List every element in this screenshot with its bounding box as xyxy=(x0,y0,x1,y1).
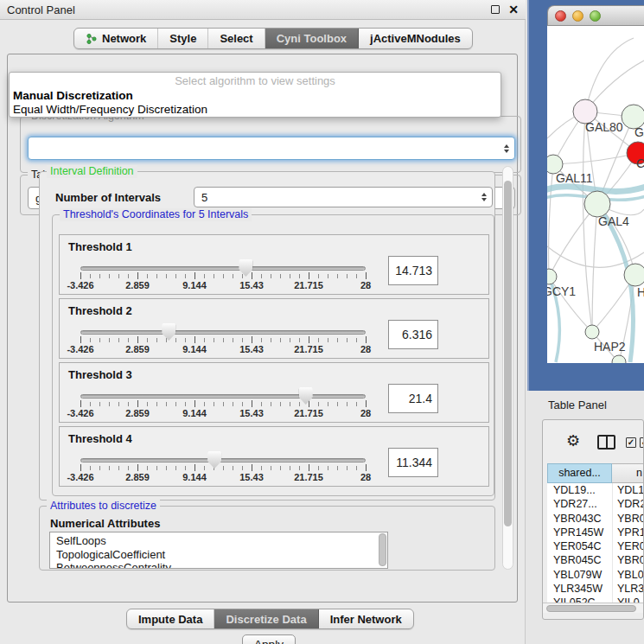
threshold-label: Threshold 1 xyxy=(68,240,132,253)
num-intervals-combobox[interactable]: 5 xyxy=(194,187,493,207)
control-panel-titlebar: Control Panel ✕ xyxy=(0,0,526,20)
list-item[interactable]: BetweennessCentrality xyxy=(56,561,387,569)
tick-label: 28 xyxy=(360,344,371,354)
node-label: GCY1 xyxy=(547,284,576,298)
slider-track[interactable] xyxy=(80,394,366,399)
close-window-icon[interactable]: ✕ xyxy=(508,3,519,16)
algorithm-combobox[interactable] xyxy=(28,137,515,160)
tick-label: 9.144 xyxy=(182,408,207,418)
network-edge[interactable] xyxy=(585,38,634,112)
close-traffic-light-icon[interactable] xyxy=(555,10,566,22)
minimize-traffic-light-icon[interactable] xyxy=(572,10,583,22)
list-item[interactable]: TopologicalCoefficient xyxy=(56,548,387,562)
network-node-hap2[interactable] xyxy=(585,325,599,339)
tab-style[interactable]: Style xyxy=(158,29,208,48)
network-edge[interactable] xyxy=(549,164,553,277)
tab-infer-network[interactable]: Infer Network xyxy=(319,609,413,628)
column-layout-icon[interactable] xyxy=(597,435,615,450)
zoom-traffic-light-icon[interactable] xyxy=(590,10,601,22)
table-row[interactable]: YBR043CYBR0 xyxy=(547,512,644,526)
checked-checkbox-icon[interactable]: ✓ xyxy=(626,437,636,448)
attributes-group: Attributes to discretize Numerical Attri… xyxy=(39,506,495,571)
slider-track[interactable] xyxy=(80,458,366,462)
tick-label: 28 xyxy=(360,472,371,482)
threshold-value-field[interactable]: 6.316 xyxy=(388,320,438,349)
table-hscrollbar[interactable] xyxy=(543,603,644,613)
threshold-value-field[interactable]: 11.344 xyxy=(388,448,438,477)
table-row[interactable]: YPR145WYPR1 xyxy=(547,526,644,539)
hscrollbar-thumb[interactable] xyxy=(546,605,636,612)
major-tick xyxy=(366,336,367,343)
tick-label: 9.144 xyxy=(182,280,207,290)
threshold-slider[interactable]: -3.4262.8599.14415.4321.71528 xyxy=(80,451,366,486)
tick-label: -3.426 xyxy=(67,344,93,354)
gear-icon[interactable]: ⚙ xyxy=(566,433,580,449)
node-label: H xyxy=(637,285,644,299)
table-row[interactable]: YDL19...YDL1 xyxy=(547,483,644,497)
network-icon xyxy=(86,33,98,45)
dropdown-option-equal-width-frequency-discretization[interactable]: Equal Width/Frequency Discretization xyxy=(10,103,501,117)
network-edge[interactable] xyxy=(583,112,592,332)
threshold-slider[interactable]: -3.4262.8599.14415.4321.71528 xyxy=(80,259,366,294)
node-label: GA xyxy=(634,125,644,139)
tick-label: -3.426 xyxy=(67,472,93,482)
network-edge[interactable] xyxy=(553,153,638,164)
slider-track[interactable] xyxy=(80,330,366,335)
major-tick xyxy=(137,272,138,279)
threshold-value-field[interactable]: 14.713 xyxy=(388,256,438,285)
slider-track[interactable] xyxy=(80,266,366,271)
table-row[interactable]: YDR27...YDR2 xyxy=(547,497,644,511)
numerical-attributes-label: Numerical Attributes xyxy=(50,517,160,530)
checked-checkbox-icon[interactable]: ✓ xyxy=(640,437,644,448)
tab-jactivemnodules[interactable]: jActiveMNodules xyxy=(359,29,472,48)
float-window-icon[interactable] xyxy=(491,5,500,14)
tab-network[interactable]: Network xyxy=(74,29,158,48)
tick-label: 15.43 xyxy=(239,472,264,482)
list-scrollbar-thumb[interactable] xyxy=(379,533,386,566)
major-tick xyxy=(80,464,81,471)
table-row[interactable]: YLR345WYLR3 xyxy=(547,582,644,596)
numerical-attributes-list[interactable]: SelfLoopsTopologicalCoefficientBetweenne… xyxy=(49,532,388,569)
scrollbar-thumb[interactable] xyxy=(504,181,512,526)
network-node-gal4[interactable] xyxy=(584,191,610,217)
table-row[interactable]: YBL079WYBL0 xyxy=(547,568,644,582)
tab-cyni-toolbox[interactable]: Cyni Toolbox xyxy=(265,29,359,48)
dropdown-prompt: Select algorithm to view settings xyxy=(10,73,501,89)
network-canvas[interactable]: GAL80GACGAL11GAL4GCY1HHAP2 xyxy=(547,26,644,363)
cell-name: YLR3 xyxy=(612,582,644,596)
column-header-shared[interactable]: shared... xyxy=(547,463,612,483)
table-row[interactable]: YBR045CYBR0 xyxy=(547,553,644,567)
network-edge-highlighted[interactable] xyxy=(547,187,644,192)
cell-name: YPR1 xyxy=(612,526,644,539)
table-row[interactable]: YER054CYER0 xyxy=(547,539,644,553)
threshold-slider[interactable]: -3.4262.8599.14415.4321.71528 xyxy=(80,323,366,358)
tick-label: -3.426 xyxy=(67,408,93,418)
tick-marks xyxy=(80,338,367,342)
tick-marks xyxy=(80,402,367,406)
threshold-slider[interactable]: -3.4262.8599.14415.4321.71528 xyxy=(80,387,366,422)
spinner-arrows-icon[interactable] xyxy=(481,193,487,201)
dropdown-option-manual-discretization[interactable]: Manual Discretization xyxy=(10,89,501,103)
num-intervals-label: Number of Intervals xyxy=(55,191,161,204)
tab-discretize-data[interactable]: Discretize Data xyxy=(214,609,318,628)
apply-button[interactable]: Apply xyxy=(242,634,296,644)
cyni-toolbox-panel: Discretization Algorithm Table Data galF… xyxy=(7,54,518,603)
spinner-arrows-icon[interactable] xyxy=(504,144,509,153)
threshold-value-field[interactable]: 21.4 xyxy=(388,384,438,413)
threshold-label: Threshold 4 xyxy=(68,432,132,445)
group-title: Attributes to discretize xyxy=(47,500,160,513)
window-title: Control Panel xyxy=(7,3,75,16)
network-node-gcy1[interactable] xyxy=(547,269,557,284)
tab-impute-data[interactable]: Impute Data xyxy=(127,609,214,628)
network-node-h[interactable] xyxy=(624,264,644,286)
table-row[interactable]: YIL052CYIL0 xyxy=(547,596,644,603)
node-label: GAL11 xyxy=(556,171,593,185)
column-header-name[interactable]: n xyxy=(612,463,644,483)
list-item[interactable]: SelfLoops xyxy=(56,534,387,548)
tab-select[interactable]: Select xyxy=(208,29,265,48)
network-edge[interactable] xyxy=(592,204,597,332)
network-edge[interactable] xyxy=(547,246,644,267)
network-graph[interactable]: GAL80GACGAL11GAL4GCY1HHAP2 xyxy=(547,26,644,363)
cell-name: YBR0 xyxy=(612,512,644,526)
settings-scrollbar[interactable] xyxy=(502,166,513,570)
